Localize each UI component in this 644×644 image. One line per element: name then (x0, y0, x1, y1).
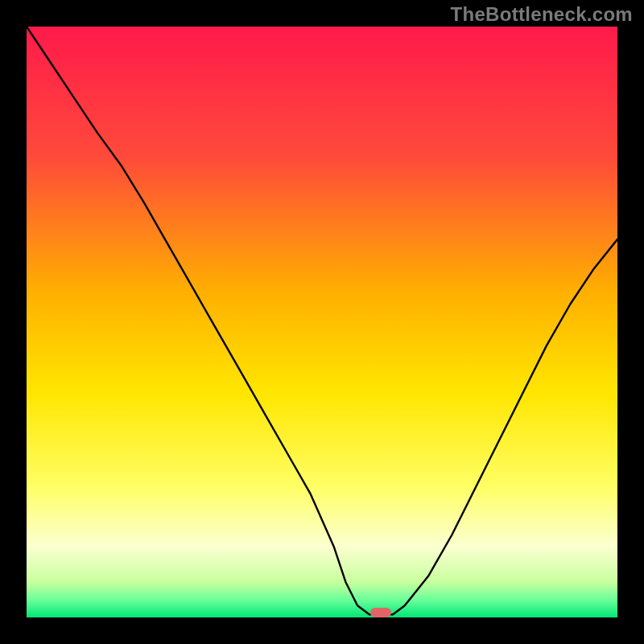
gradient-rect (27, 27, 617, 617)
plot-area (27, 27, 617, 617)
chart-svg (27, 27, 617, 617)
optimum-marker (370, 608, 391, 617)
chart-frame: TheBottleneck.com (0, 0, 644, 644)
watermark-text: TheBottleneck.com (451, 3, 633, 26)
